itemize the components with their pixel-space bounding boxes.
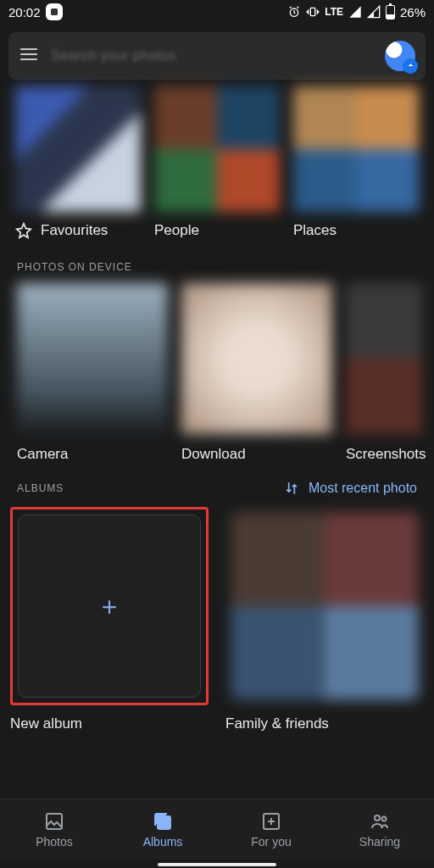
device-folder-download[interactable]: Download [181, 283, 332, 463]
nav-for-you[interactable]: For you [217, 799, 326, 860]
album-new[interactable]: ＋ New album [10, 507, 209, 732]
category-thumbnail [15, 86, 141, 212]
search-placeholder: Search your photos [51, 47, 373, 64]
sort-label: Most recent photo [309, 481, 417, 496]
nav-label: Albums [143, 835, 183, 849]
nav-label: For you [251, 835, 291, 849]
device-folder-label: Camera [17, 446, 168, 463]
star-icon [15, 222, 32, 239]
svg-rect-2 [311, 8, 315, 15]
device-folder-label: Download [181, 446, 332, 463]
nav-label: Sharing [359, 835, 400, 849]
status-time: 20:02 [8, 5, 41, 19]
nav-albums[interactable]: Albums [108, 799, 217, 860]
category-card-places[interactable]: Places [293, 86, 419, 239]
search-bar[interactable]: Search your photos [8, 32, 426, 80]
albums-icon [153, 811, 173, 832]
album-thumbnail [231, 512, 419, 700]
profile-avatar[interactable] [385, 41, 415, 71]
bottom-navigation: Photos Albums For you Sharing [0, 798, 434, 860]
for-you-icon [261, 811, 281, 832]
category-label: People [154, 222, 199, 239]
svg-rect-0 [51, 8, 58, 15]
battery-icon [386, 5, 395, 19]
device-folder-screenshots[interactable]: Screenshots [346, 283, 422, 463]
svg-point-6 [375, 815, 380, 821]
status-bar: 20:02 LTE 26% [0, 0, 434, 24]
network-type-label: LTE [325, 6, 343, 18]
category-carousel: Favourites People Places [0, 86, 434, 239]
album-label: Family & friends [225, 715, 424, 732]
signal-icon-1 [348, 5, 362, 19]
category-thumbnail [154, 86, 280, 212]
sharing-icon [370, 811, 390, 832]
upload-badge-icon [403, 58, 418, 74]
nav-label: Photos [36, 835, 73, 849]
device-folder-label: Screenshots [346, 446, 422, 463]
category-thumbnail [293, 86, 419, 212]
menu-icon[interactable] [19, 44, 39, 68]
category-label: Favourites [41, 222, 108, 239]
album-label: New album [10, 715, 209, 732]
sort-button[interactable]: Most recent photo [283, 480, 417, 497]
device-folder-row: Camera Download Screenshots [0, 283, 434, 463]
battery-percentage: 26% [400, 5, 426, 19]
svg-rect-3 [47, 814, 62, 829]
recents-icon [46, 3, 63, 20]
alarm-icon [287, 5, 301, 19]
photos-icon [44, 811, 64, 832]
category-card-favourites[interactable]: Favourites [15, 86, 141, 239]
sort-icon [283, 480, 300, 497]
nav-sharing[interactable]: Sharing [326, 799, 434, 860]
device-folder-thumbnail [17, 283, 168, 434]
device-folder-thumbnail [181, 283, 332, 434]
device-folder-thumbnail [346, 283, 422, 434]
home-indicator[interactable] [158, 863, 276, 866]
tutorial-highlight: ＋ [10, 507, 209, 705]
section-header-albums: ALBUMS [17, 482, 64, 494]
album-family-friends[interactable]: Family & friends [225, 507, 424, 732]
category-card-people[interactable]: People [154, 86, 280, 239]
svg-point-7 [382, 816, 387, 821]
nav-photos[interactable]: Photos [0, 799, 108, 860]
device-folder-camera[interactable]: Camera [17, 283, 168, 463]
section-header-on-device: PHOTOS ON DEVICE [0, 239, 434, 283]
category-label: Places [293, 222, 337, 239]
albums-row: ＋ New album Family & friends [0, 507, 434, 732]
plus-icon: ＋ [97, 589, 122, 624]
signal-icon-2 [367, 5, 381, 19]
vibrate-icon [306, 5, 320, 19]
